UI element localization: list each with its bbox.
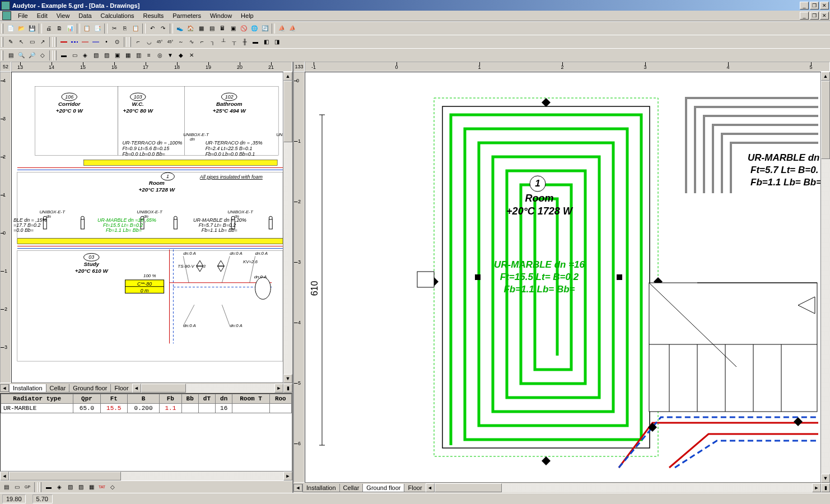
cell-ft[interactable]: 15.5 bbox=[100, 404, 127, 413]
opt10-button[interactable]: ◎ bbox=[155, 50, 165, 60]
opt7-button[interactable]: ▦ bbox=[123, 50, 133, 60]
mini-opt3[interactable]: GP bbox=[22, 482, 32, 492]
cell-bb[interactable] bbox=[181, 404, 198, 413]
split-button[interactable]: ▮ bbox=[821, 483, 830, 492]
menu-file[interactable]: File bbox=[13, 11, 32, 20]
data-button[interactable]: 📋 bbox=[82, 24, 92, 34]
left-vertical-scrollbar[interactable]: ▲ ▼ bbox=[283, 72, 292, 383]
mdi-close-button[interactable]: ✕ bbox=[820, 12, 829, 20]
zoom-out-button[interactable]: 🔎 bbox=[27, 50, 37, 60]
cut-button[interactable]: ✂ bbox=[109, 24, 119, 34]
home-button[interactable]: 🏠 bbox=[185, 24, 195, 34]
toolbar-grip[interactable] bbox=[54, 50, 57, 60]
opt6-button[interactable]: ▣ bbox=[112, 50, 122, 60]
elbow2-button[interactable]: ┐ bbox=[208, 37, 218, 47]
col-radiator-type[interactable]: Radiator type bbox=[1, 394, 73, 404]
save-button[interactable]: 💾 bbox=[27, 24, 37, 34]
node-button[interactable]: • bbox=[101, 37, 111, 47]
mini-opt5[interactable]: ◈ bbox=[54, 482, 64, 492]
scroll-left-button[interactable]: ◄ bbox=[132, 384, 141, 393]
minimize-button[interactable]: _ bbox=[800, 2, 809, 10]
cell-qpr[interactable]: 65.0 bbox=[73, 404, 100, 413]
undo-button[interactable]: ↶ bbox=[147, 24, 157, 34]
col-roo[interactable]: Roo bbox=[269, 394, 291, 404]
plan-left-button[interactable]: ⛵ bbox=[277, 24, 287, 34]
grid-button[interactable]: ▤ bbox=[207, 24, 217, 34]
plot-button[interactable]: 📊 bbox=[65, 24, 75, 34]
mini-opt10[interactable]: ◇ bbox=[108, 482, 118, 492]
toolbar-grip[interactable] bbox=[1, 50, 3, 60]
menu-data[interactable]: Data bbox=[74, 11, 96, 20]
elbow-button[interactable]: ⌐ bbox=[197, 37, 207, 47]
table-scroll-left-button[interactable]: ◄ bbox=[0, 472, 9, 480]
menu-calculations[interactable]: Calculations bbox=[96, 11, 139, 20]
mdi-restore-button[interactable]: ❐ bbox=[810, 12, 819, 20]
find-button[interactable]: 👟 bbox=[175, 24, 185, 34]
menu-help[interactable]: Help bbox=[236, 11, 258, 20]
toolbar-grip[interactable] bbox=[54, 37, 57, 47]
tab-installation[interactable]: Installation bbox=[302, 484, 340, 492]
copy-button[interactable]: ⎘ bbox=[120, 24, 130, 34]
pointer-tool[interactable]: ✎ bbox=[6, 37, 16, 47]
scroll-right-button[interactable]: ► bbox=[274, 384, 283, 393]
tab-nav-prev[interactable]: ◄ bbox=[293, 484, 302, 492]
menu-results[interactable]: Results bbox=[139, 11, 169, 20]
mini-opt8[interactable]: ▦ bbox=[86, 482, 96, 492]
opt4-button[interactable]: ▧ bbox=[91, 50, 101, 60]
col-bb[interactable]: Bb bbox=[181, 394, 198, 404]
mini-opt4[interactable]: ▬ bbox=[44, 482, 54, 492]
arc-button[interactable]: ◡ bbox=[144, 37, 154, 47]
manifold-button[interactable]: ▬ bbox=[250, 37, 260, 47]
pipe-blue-thin-button[interactable] bbox=[91, 37, 101, 47]
opt1-button[interactable]: ▬ bbox=[59, 50, 69, 60]
print-button[interactable]: 🗎 bbox=[54, 24, 64, 34]
col-dt[interactable]: dT bbox=[198, 394, 215, 404]
arc45b-button[interactable]: 45° bbox=[165, 37, 175, 47]
curve2-button[interactable]: ∿ bbox=[186, 37, 197, 47]
layers-button[interactable]: ▤ bbox=[6, 50, 16, 60]
toolbar-grip[interactable] bbox=[39, 482, 41, 492]
opt12-button[interactable]: ◆ bbox=[176, 50, 186, 60]
toolbar-grip[interactable] bbox=[129, 37, 131, 47]
pipe-blue-dash-button[interactable] bbox=[69, 37, 80, 47]
warn-button[interactable]: 🚫 bbox=[239, 24, 249, 34]
arc45-button[interactable]: 45° bbox=[155, 37, 165, 47]
cell-roo[interactable] bbox=[269, 404, 291, 413]
mini-opt9[interactable]: TAT bbox=[97, 482, 107, 492]
tab-installation[interactable]: Installation bbox=[9, 384, 46, 393]
tab-ground-floor[interactable]: Ground floor bbox=[69, 384, 111, 393]
mini-opt6[interactable]: ▧ bbox=[65, 482, 75, 492]
menu-parmeters[interactable]: Parmeters bbox=[168, 11, 206, 20]
opt11-button[interactable]: ▼ bbox=[165, 50, 175, 60]
col-dn[interactable]: dn bbox=[216, 394, 232, 404]
seg-button[interactable]: ⌐ bbox=[133, 37, 143, 47]
endpoint-button[interactable]: ⊙ bbox=[112, 37, 122, 47]
mini-opt7[interactable]: ▨ bbox=[76, 482, 86, 492]
opt13-button[interactable]: ✕ bbox=[186, 50, 197, 60]
col-fb[interactable]: Fb bbox=[160, 394, 181, 404]
menu-edit[interactable]: Edit bbox=[32, 11, 52, 20]
col-qpr[interactable]: Qpr bbox=[73, 394, 100, 404]
tee-up-button[interactable]: ┴ bbox=[218, 37, 229, 47]
scroll-left-button[interactable]: ◄ bbox=[426, 483, 435, 492]
right-vertical-scrollbar[interactable]: ▲ ▼ bbox=[821, 72, 830, 483]
device2-button[interactable]: ◨ bbox=[272, 37, 282, 47]
zoom-in-button[interactable]: 🔍 bbox=[16, 50, 26, 60]
new-button[interactable]: 📄 bbox=[6, 24, 16, 34]
cross-button[interactable]: ╫ bbox=[240, 37, 250, 47]
refresh-button[interactable]: 🔄 bbox=[260, 24, 270, 34]
data-grid[interactable]: Radiator typeQprFtBFbBbdTdnRoom TRooUR-M… bbox=[0, 393, 292, 472]
tab-floor[interactable]: Floor bbox=[404, 484, 426, 492]
pipe-red-button[interactable] bbox=[59, 37, 69, 47]
cell-fb[interactable]: 1.1 bbox=[160, 404, 181, 413]
opt2-button[interactable]: ▭ bbox=[69, 50, 80, 60]
print-preview-button[interactable]: 🖨 bbox=[44, 24, 54, 34]
copy-sheet-button[interactable]: 📑 bbox=[92, 24, 102, 34]
maximize-button[interactable]: ❐ bbox=[810, 2, 819, 10]
opt3-button[interactable]: ◈ bbox=[80, 50, 90, 60]
scroll-up-button[interactable]: ▲ bbox=[821, 72, 830, 81]
tee-down-button[interactable]: ┬ bbox=[229, 37, 239, 47]
tab-ground-floor[interactable]: Ground floor bbox=[362, 484, 404, 492]
opt9-button[interactable]: ≡ bbox=[144, 50, 154, 60]
split-button[interactable]: ▮ bbox=[283, 384, 292, 393]
